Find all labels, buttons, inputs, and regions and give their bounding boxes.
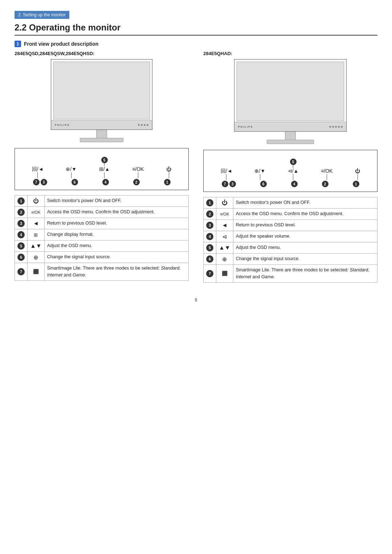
diag-sym-45: ⊞/▲ (99, 166, 110, 172)
rtable-num-3: 3 (204, 220, 216, 231)
rtable-row-7: 7 ⬛ SmartImage Lite. There are three mod… (204, 265, 377, 283)
left-monitor-bottom-bar: PHILIPS (51, 120, 152, 130)
rtable-icon-2: ≡/OK (216, 209, 233, 220)
rdot-3 (335, 126, 337, 128)
rdiag-line-1 (358, 174, 358, 180)
table-icon-2: ≡/OK (28, 207, 45, 218)
rdiag-sym-45: ⊲/▲ (288, 168, 299, 174)
rtable-desc-1: Switch monitor's power ON and OFF. (233, 197, 377, 209)
table-row-3: 3 ◄ Return to previous OSD level. (15, 218, 189, 229)
right-monitor-base (267, 140, 314, 144)
rtop-circle-5: 5 (290, 159, 297, 165)
dot-1 (138, 124, 140, 126)
left-monitor-frame: PHILIPS (51, 59, 152, 130)
left-philips-logo: PHILIPS (55, 124, 70, 126)
rtable-num-1: 1 (204, 197, 216, 209)
right-monitor-neck (285, 132, 296, 140)
rnum-circle-7: 7 (222, 181, 228, 187)
num-circle-1: 1 (164, 179, 171, 185)
diag-item-73: 回/◄ (32, 166, 44, 178)
rtable-desc-3: Return to previous OSD level. (233, 220, 377, 231)
rdiag-item-2: ≡/OK (321, 168, 332, 180)
table-num-7: 7 (15, 263, 28, 281)
rtable-num-6: 6 (204, 254, 216, 265)
table-desc-4: Change display format. (44, 229, 188, 241)
num-circle-2: 2 (133, 179, 140, 185)
rtable-desc-5: Adjust the OSD menu. (233, 242, 377, 254)
left-feature-table: 1 ⏻ Switch monitor's power ON and OFF. 2… (15, 195, 189, 281)
rdiag-item-45: 5 ⊲/▲ (288, 168, 299, 180)
rdot-2 (332, 126, 334, 128)
table-desc-1: Switch monitor's power ON and OFF. (44, 196, 188, 207)
table-icon-1: ⏻ (28, 196, 45, 207)
rtable-num-5: 5 (204, 242, 216, 254)
table-row-1: 1 ⏻ Switch monitor's power ON and OFF. (15, 196, 189, 207)
right-column: 284E5QHAD: PHILIPS (203, 51, 377, 283)
diag-line-6 (71, 172, 72, 178)
table-desc-6: Change the signal input source. (44, 252, 188, 263)
rtop-indicator-5: 5 (290, 159, 297, 168)
rtable-num-4: 4 (204, 231, 216, 242)
table-row-6: 6 ⊕ Change the signal input source. (15, 252, 189, 263)
table-desc-5: Adjust the OSD menu. (44, 241, 188, 252)
subsection-1-header: 1 Front view product description (15, 41, 377, 47)
right-monitor-dots (329, 126, 343, 128)
rtable-num-7: 7 (204, 265, 216, 283)
rtable-icon-6: ⊕ (216, 254, 233, 265)
rtable-desc-7: SmartImage Lite. There are three modes t… (233, 265, 377, 283)
left-column: 284E5QSD,284E5QSW,284E5QHSD: PHILIPS (15, 51, 189, 283)
rdiag-item-6: ⊕/▼ (254, 168, 265, 180)
diag-sym-6: ⊕/▼ (66, 166, 77, 172)
rdiag-item-1: ⏻ (355, 168, 360, 180)
rnum-circle-2: 2 (322, 181, 328, 187)
num-circle-7: 7 (33, 179, 40, 185)
table-num-5: 5 (15, 241, 28, 252)
rdiag-sym-73: 回/◄ (221, 168, 232, 174)
left-monitor-dots (138, 124, 148, 126)
diag-sym-1: ⏻ (166, 166, 171, 172)
rtable-desc-4: Adjust the speaker volume. (233, 231, 377, 242)
rtable-row-1: 1 ⏻ Switch monitor's power ON and OFF. (204, 197, 377, 209)
right-monitor-frame: PHILIPS (234, 59, 347, 132)
left-monitor-screen (53, 62, 150, 119)
rdot-5 (341, 126, 343, 128)
content-columns: 284E5QSD,284E5QSW,284E5QHSD: PHILIPS (15, 51, 377, 283)
num-circle-4: 4 (102, 179, 109, 185)
rtable-icon-4: ⊲ (216, 231, 233, 242)
rtable-desc-2: Access the OSD menu. Confirm the OSD adj… (233, 209, 377, 220)
left-button-diagram: 回/◄ ⊕/▼ 5 ⊞/▲ (15, 148, 189, 190)
diag-sym-2: ≡/OK (132, 166, 144, 172)
table-num-3: 3 (15, 218, 28, 229)
rtable-row-6: 6 ⊕ Change the signal input source. (204, 254, 377, 265)
rnum-circle-6: 6 (260, 181, 267, 187)
right-philips-logo: PHILIPS (238, 126, 253, 128)
num-circle-6: 6 (72, 179, 78, 185)
left-monitor-base (80, 138, 123, 142)
rdiag-sym-2: ≡/OK (321, 168, 332, 174)
rtable-icon-1: ⏻ (216, 197, 233, 209)
rdiag-line-45 (293, 174, 293, 180)
rtable-desc-6: Change the signal input source. (233, 254, 377, 265)
rnum-circle-3: 3 (229, 181, 236, 187)
rtable-num-2: 2 (204, 209, 216, 220)
rdiag-sym-1: ⏻ (355, 168, 360, 174)
diag-line-73 (37, 172, 38, 178)
top-circle-5: 5 (101, 157, 108, 163)
table-num-1: 1 (15, 196, 28, 207)
table-icon-5: ▲▼ (28, 241, 45, 252)
rtable-row-2: 2 ≡/OK Access the OSD menu. Confirm the … (204, 209, 377, 220)
rtable-icon-7: ⬛ (216, 265, 233, 283)
subsection-label: Front view product description (24, 41, 98, 47)
rdiag-line-6 (260, 174, 260, 180)
right-monitor-screen (237, 62, 344, 121)
dot-4 (147, 124, 148, 126)
diag-item-45: 5 ⊞/▲ (99, 166, 110, 178)
dot-2 (141, 124, 143, 126)
left-model-label: 284E5QSD,284E5QSW,284E5QHSD: (15, 51, 189, 56)
num-circle-3: 3 (41, 179, 47, 185)
page-number: 6 (15, 297, 377, 303)
top-line-5 (104, 163, 105, 166)
diag-item-1: ⏻ (166, 166, 171, 178)
table-row-2: 2 ≡/OK Access the OSD menu. Confirm the … (15, 207, 189, 218)
diag-sym-73: 回/◄ (32, 166, 44, 172)
